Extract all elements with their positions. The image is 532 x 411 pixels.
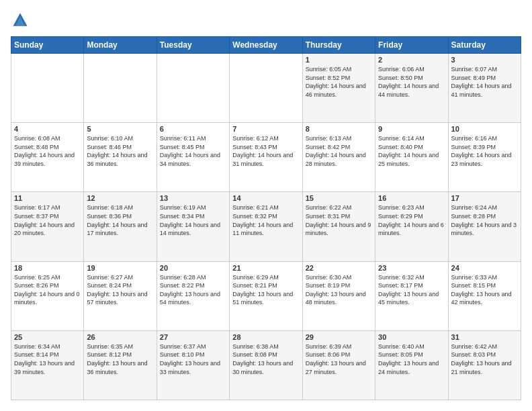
calendar-cell: 21Sunrise: 6:29 AM Sunset: 8:21 PM Dayli… bbox=[230, 261, 302, 330]
day-info: Sunrise: 6:32 AM Sunset: 8:17 PM Dayligh… bbox=[378, 273, 445, 307]
day-number: 31 bbox=[451, 333, 518, 341]
day-number: 28 bbox=[232, 333, 299, 341]
calendar-cell: 16Sunrise: 6:23 AM Sunset: 8:29 PM Dayli… bbox=[375, 192, 448, 261]
calendar-cell: 6Sunrise: 6:11 AM Sunset: 8:45 PM Daylig… bbox=[157, 123, 229, 192]
day-info: Sunrise: 6:17 AM Sunset: 8:37 PM Dayligh… bbox=[14, 203, 81, 237]
day-number: 4 bbox=[14, 125, 81, 133]
calendar-cell: 18Sunrise: 6:25 AM Sunset: 8:26 PM Dayli… bbox=[11, 261, 84, 330]
day-info: Sunrise: 6:27 AM Sunset: 8:24 PM Dayligh… bbox=[87, 273, 153, 307]
day-info: Sunrise: 6:14 AM Sunset: 8:40 PM Dayligh… bbox=[378, 134, 445, 168]
calendar-day-header: Tuesday bbox=[157, 37, 229, 54]
calendar-cell: 15Sunrise: 6:22 AM Sunset: 8:31 PM Dayli… bbox=[302, 192, 375, 261]
calendar-cell: 17Sunrise: 6:24 AM Sunset: 8:28 PM Dayli… bbox=[448, 192, 521, 261]
calendar-cell: 5Sunrise: 6:10 AM Sunset: 8:46 PM Daylig… bbox=[84, 123, 157, 192]
calendar-cell: 8Sunrise: 6:13 AM Sunset: 8:42 PM Daylig… bbox=[302, 123, 375, 192]
calendar-cell: 23Sunrise: 6:32 AM Sunset: 8:17 PM Dayli… bbox=[375, 261, 448, 330]
calendar-cell: 22Sunrise: 6:30 AM Sunset: 8:19 PM Dayli… bbox=[302, 261, 375, 330]
logo bbox=[11, 11, 32, 30]
calendar-cell: 27Sunrise: 6:37 AM Sunset: 8:10 PM Dayli… bbox=[157, 330, 229, 400]
calendar-cell: 25Sunrise: 6:34 AM Sunset: 8:14 PM Dayli… bbox=[11, 330, 84, 400]
day-info: Sunrise: 6:21 AM Sunset: 8:32 PM Dayligh… bbox=[232, 203, 299, 237]
day-info: Sunrise: 6:30 AM Sunset: 8:19 PM Dayligh… bbox=[306, 273, 372, 307]
day-info: Sunrise: 6:11 AM Sunset: 8:45 PM Dayligh… bbox=[160, 134, 226, 168]
calendar-day-header: Saturday bbox=[448, 37, 521, 54]
day-info: Sunrise: 6:08 AM Sunset: 8:48 PM Dayligh… bbox=[14, 134, 81, 168]
calendar-week-row: 4Sunrise: 6:08 AM Sunset: 8:48 PM Daylig… bbox=[11, 123, 521, 192]
day-number: 26 bbox=[87, 333, 153, 341]
calendar-cell: 2Sunrise: 6:06 AM Sunset: 8:50 PM Daylig… bbox=[375, 54, 448, 123]
day-info: Sunrise: 6:07 AM Sunset: 8:49 PM Dayligh… bbox=[451, 65, 518, 99]
calendar-week-row: 11Sunrise: 6:17 AM Sunset: 8:37 PM Dayli… bbox=[11, 192, 521, 261]
calendar-cell: 11Sunrise: 6:17 AM Sunset: 8:37 PM Dayli… bbox=[11, 192, 84, 261]
day-info: Sunrise: 6:06 AM Sunset: 8:50 PM Dayligh… bbox=[378, 65, 445, 99]
calendar-cell: 29Sunrise: 6:39 AM Sunset: 8:06 PM Dayli… bbox=[302, 330, 375, 400]
day-number: 20 bbox=[160, 264, 226, 272]
day-info: Sunrise: 6:39 AM Sunset: 8:06 PM Dayligh… bbox=[306, 342, 372, 376]
calendar-cell: 30Sunrise: 6:40 AM Sunset: 8:05 PM Dayli… bbox=[375, 330, 448, 400]
calendar-cell: 3Sunrise: 6:07 AM Sunset: 8:49 PM Daylig… bbox=[448, 54, 521, 123]
calendar-week-row: 25Sunrise: 6:34 AM Sunset: 8:14 PM Dayli… bbox=[11, 330, 521, 400]
day-info: Sunrise: 6:10 AM Sunset: 8:46 PM Dayligh… bbox=[87, 134, 153, 168]
day-number: 3 bbox=[451, 56, 518, 64]
day-number: 25 bbox=[14, 333, 81, 341]
day-info: Sunrise: 6:42 AM Sunset: 8:03 PM Dayligh… bbox=[451, 342, 518, 376]
day-number: 2 bbox=[378, 56, 445, 64]
day-info: Sunrise: 6:23 AM Sunset: 8:29 PM Dayligh… bbox=[378, 203, 445, 237]
calendar-cell: 1Sunrise: 6:05 AM Sunset: 8:52 PM Daylig… bbox=[302, 54, 375, 123]
day-info: Sunrise: 6:18 AM Sunset: 8:36 PM Dayligh… bbox=[87, 203, 153, 237]
day-info: Sunrise: 6:35 AM Sunset: 8:12 PM Dayligh… bbox=[87, 342, 153, 376]
day-info: Sunrise: 6:37 AM Sunset: 8:10 PM Dayligh… bbox=[160, 342, 226, 376]
day-number: 15 bbox=[306, 194, 372, 202]
day-number: 1 bbox=[306, 56, 372, 64]
logo-icon bbox=[11, 11, 30, 30]
day-number: 10 bbox=[451, 125, 518, 133]
calendar-cell: 9Sunrise: 6:14 AM Sunset: 8:40 PM Daylig… bbox=[375, 123, 448, 192]
day-info: Sunrise: 6:22 AM Sunset: 8:31 PM Dayligh… bbox=[306, 203, 372, 237]
calendar-cell: 19Sunrise: 6:27 AM Sunset: 8:24 PM Dayli… bbox=[84, 261, 157, 330]
calendar-week-row: 18Sunrise: 6:25 AM Sunset: 8:26 PM Dayli… bbox=[11, 261, 521, 330]
day-info: Sunrise: 6:12 AM Sunset: 8:43 PM Dayligh… bbox=[232, 134, 299, 168]
header bbox=[11, 11, 521, 30]
calendar-cell: 7Sunrise: 6:12 AM Sunset: 8:43 PM Daylig… bbox=[230, 123, 302, 192]
day-info: Sunrise: 6:16 AM Sunset: 8:39 PM Dayligh… bbox=[451, 134, 518, 168]
day-number: 11 bbox=[14, 194, 81, 202]
day-info: Sunrise: 6:05 AM Sunset: 8:52 PM Dayligh… bbox=[306, 65, 372, 99]
day-number: 18 bbox=[14, 264, 81, 272]
day-number: 8 bbox=[306, 125, 372, 133]
day-number: 23 bbox=[378, 264, 445, 272]
calendar-cell: 14Sunrise: 6:21 AM Sunset: 8:32 PM Dayli… bbox=[230, 192, 302, 261]
calendar-cell: 4Sunrise: 6:08 AM Sunset: 8:48 PM Daylig… bbox=[11, 123, 84, 192]
day-number: 17 bbox=[451, 194, 518, 202]
day-info: Sunrise: 6:13 AM Sunset: 8:42 PM Dayligh… bbox=[306, 134, 372, 168]
day-info: Sunrise: 6:28 AM Sunset: 8:22 PM Dayligh… bbox=[160, 273, 226, 307]
day-number: 13 bbox=[160, 194, 226, 202]
calendar-cell bbox=[84, 54, 157, 123]
calendar-day-header: Sunday bbox=[11, 37, 84, 54]
day-info: Sunrise: 6:38 AM Sunset: 8:08 PM Dayligh… bbox=[232, 342, 299, 376]
calendar-header-row: SundayMondayTuesdayWednesdayThursdayFrid… bbox=[11, 37, 521, 54]
calendar-day-header: Wednesday bbox=[230, 37, 302, 54]
calendar-cell bbox=[11, 54, 84, 123]
day-info: Sunrise: 6:33 AM Sunset: 8:15 PM Dayligh… bbox=[451, 273, 518, 307]
day-number: 22 bbox=[306, 264, 372, 272]
calendar-cell: 10Sunrise: 6:16 AM Sunset: 8:39 PM Dayli… bbox=[448, 123, 521, 192]
day-number: 30 bbox=[378, 333, 445, 341]
day-info: Sunrise: 6:19 AM Sunset: 8:34 PM Dayligh… bbox=[160, 203, 226, 237]
day-number: 12 bbox=[87, 194, 153, 202]
calendar-cell: 26Sunrise: 6:35 AM Sunset: 8:12 PM Dayli… bbox=[84, 330, 157, 400]
page: SundayMondayTuesdayWednesdayThursdayFrid… bbox=[0, 0, 532, 411]
calendar-day-header: Thursday bbox=[302, 37, 375, 54]
day-number: 5 bbox=[87, 125, 153, 133]
calendar-cell: 13Sunrise: 6:19 AM Sunset: 8:34 PM Dayli… bbox=[157, 192, 229, 261]
day-info: Sunrise: 6:34 AM Sunset: 8:14 PM Dayligh… bbox=[14, 342, 81, 376]
day-number: 9 bbox=[378, 125, 445, 133]
day-number: 14 bbox=[232, 194, 299, 202]
day-info: Sunrise: 6:29 AM Sunset: 8:21 PM Dayligh… bbox=[232, 273, 299, 307]
day-info: Sunrise: 6:25 AM Sunset: 8:26 PM Dayligh… bbox=[14, 273, 81, 307]
day-number: 24 bbox=[451, 264, 518, 272]
calendar-cell bbox=[230, 54, 302, 123]
day-number: 6 bbox=[160, 125, 226, 133]
day-number: 21 bbox=[232, 264, 299, 272]
day-number: 7 bbox=[232, 125, 299, 133]
day-info: Sunrise: 6:24 AM Sunset: 8:28 PM Dayligh… bbox=[451, 203, 518, 237]
